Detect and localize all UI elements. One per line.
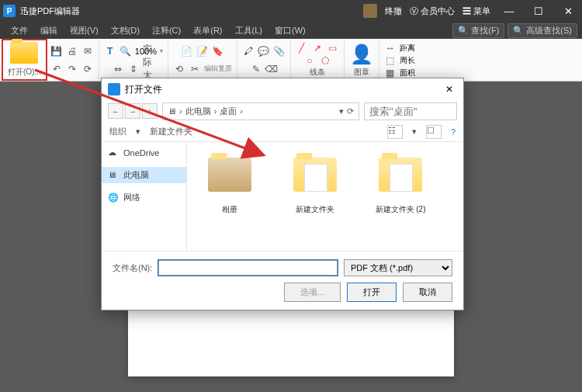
preview-pane-button[interactable]: ☐: [426, 125, 442, 139]
folder-icon: [293, 158, 337, 192]
open-button[interactable]: 打开: [347, 283, 397, 302]
nav-up-button[interactable]: ↑: [142, 103, 158, 119]
actual-size-icon[interactable]: 实际大小: [143, 63, 155, 75]
open-tool-group[interactable]: 打开(O)...: [2, 39, 47, 81]
advanced-find-button[interactable]: 🔍 高级查找(S): [508, 23, 577, 38]
measure-tool-group: ↔距离 ⬚周长 ▦面积: [379, 40, 420, 79]
filename-label: 文件名(N):: [113, 262, 152, 274]
file-list: 相册 新建文件夹 新建文件夹 (2): [187, 142, 463, 251]
filename-input[interactable]: [158, 260, 338, 276]
refresh-icon[interactable]: ⟳: [347, 106, 354, 116]
menu-document[interactable]: 文档(D): [105, 23, 146, 38]
file-filter-select[interactable]: PDF 文档 (*.pdf): [344, 259, 452, 276]
dialog-bottom: 文件名(N): PDF 文档 (*.pdf) 选项... 打开 取消: [102, 251, 463, 310]
breadcrumb-dropdown-icon[interactable]: ▾: [339, 106, 344, 116]
file-item-album[interactable]: 相册: [195, 150, 265, 243]
zoom-tool-group: T 🔍 100% ▾ ⇔ ⇕ 实际大小: [99, 40, 168, 79]
menu-view[interactable]: 视图(V): [64, 23, 105, 38]
line-icon[interactable]: ╱: [296, 42, 308, 54]
app-logo-icon: P: [3, 5, 16, 17]
print-icon[interactable]: 🖨: [66, 45, 78, 57]
nav-forward-button[interactable]: →: [125, 103, 140, 119]
menu-tools[interactable]: 工具(L): [229, 23, 268, 38]
note-icon[interactable]: 💬: [258, 45, 270, 57]
find-button[interactable]: 🔍 查找(F): [452, 23, 504, 38]
redo-icon[interactable]: ↷: [66, 63, 78, 75]
polygon-icon[interactable]: ⬠: [319, 54, 331, 67]
menu-annotate[interactable]: 注释(C): [146, 23, 187, 38]
dialog-logo-icon: [108, 83, 120, 95]
menubar: 文件 编辑 视图(V) 文档(D) 注释(C) 表单(R) 工具(L) 窗口(W…: [0, 22, 582, 39]
open-file-dialog: 打开文件 ✕ ← → ↑ 🖥 › 此电脑 › 桌面 › ▾ ⟳ 组织▾ 新建文件…: [101, 78, 464, 310]
stamp-icon[interactable]: 🔖: [212, 45, 224, 57]
menu-form[interactable]: 表单(R): [187, 23, 228, 38]
pencil-icon[interactable]: ✎: [250, 63, 262, 75]
member-center-link[interactable]: Ⓥ 会员中心: [410, 5, 455, 17]
stamp-big-icon[interactable]: 👤: [349, 42, 374, 67]
zoom-out-icon[interactable]: 🔍: [120, 45, 132, 57]
rect-icon[interactable]: ▭: [327, 42, 339, 54]
options-button[interactable]: 选项...: [284, 283, 341, 302]
cloud-icon: ☁: [108, 147, 119, 158]
distance-icon[interactable]: ↔: [384, 42, 397, 54]
fit-height-icon[interactable]: ⇕: [127, 63, 140, 75]
rotate-icon[interactable]: ⟲: [173, 63, 185, 75]
page-tool-group: 📄 📝 🔖 ⟲ ✂ 编辑复原: [168, 40, 237, 79]
perimeter-icon[interactable]: ⬚: [384, 54, 397, 67]
attach-icon[interactable]: 📎: [273, 45, 286, 57]
toolbar: 打开(O)... 💾 🖨 ✉ ↶ ↷ ⟳ T 🔍 100% ▾ ⇔ ⇕ 实际大小…: [0, 39, 582, 82]
arrow-icon[interactable]: ↗: [311, 42, 324, 54]
save-tool-group: 💾 🖨 ✉ ↶ ↷ ⟳: [46, 40, 99, 79]
circle-icon[interactable]: ○: [303, 54, 316, 67]
breadcrumb-pc-icon: 🖥: [168, 106, 176, 116]
breadcrumb[interactable]: 🖥 › 此电脑 › 桌面 › ▾ ⟳: [162, 102, 359, 120]
mail-icon[interactable]: ✉: [81, 45, 94, 57]
avatar[interactable]: [363, 4, 377, 18]
pc-icon: 🖥: [108, 170, 119, 181]
close-button[interactable]: ✕: [557, 5, 579, 17]
sidebar-item-network[interactable]: 🌐网络: [102, 189, 186, 206]
fit-width-icon[interactable]: ⇔: [112, 63, 124, 75]
file-item-new-folder-2[interactable]: 新建文件夹 (2): [365, 150, 435, 243]
sidebar-item-onedrive[interactable]: ☁OneDrive: [102, 145, 186, 161]
menu-window[interactable]: 窗口(W): [268, 23, 312, 38]
edit-profile-label: 编辑复原: [204, 64, 232, 74]
stamp-label: 图章: [354, 67, 369, 78]
menu-file[interactable]: 文件: [5, 23, 34, 38]
crop-icon[interactable]: ✂: [189, 63, 201, 75]
file-item-new-folder[interactable]: 新建文件夹: [280, 150, 350, 243]
undo-icon[interactable]: ↶: [50, 63, 63, 75]
cancel-button[interactable]: 取消: [403, 283, 452, 302]
app-title: 迅捷PDF编辑器: [20, 5, 363, 17]
refresh-icon[interactable]: ⟳: [81, 63, 94, 75]
sidebar-item-this-pc[interactable]: 🖥此电脑: [102, 167, 186, 183]
zoom-dropdown-icon[interactable]: ▾: [160, 47, 163, 54]
line-label: 线条: [310, 67, 325, 78]
view-mode-button[interactable]: ☷: [387, 125, 403, 139]
maximize-button[interactable]: ☐: [528, 5, 549, 17]
eraser-icon[interactable]: ⌫: [265, 63, 278, 75]
minimize-button[interactable]: —: [498, 5, 520, 17]
text-icon[interactable]: 📝: [196, 45, 209, 57]
shapes-tool-group: ╱ ↗ ▭ ○ ⬠ 线条: [291, 40, 345, 79]
open-folder-icon: [10, 42, 38, 64]
save-icon[interactable]: 💾: [50, 45, 63, 57]
stamp-tool-group: 👤 图章: [345, 40, 379, 79]
search-input[interactable]: [364, 102, 457, 120]
dialog-close-button[interactable]: ✕: [442, 84, 457, 95]
organize-button[interactable]: 组织: [109, 126, 126, 137]
new-folder-button[interactable]: 新建文件夹: [150, 126, 192, 137]
network-icon: 🌐: [108, 193, 119, 203]
page-icon[interactable]: 📄: [181, 45, 193, 57]
font-icon[interactable]: T: [104, 45, 116, 57]
account-name[interactable]: 终撤: [385, 5, 402, 17]
menu-button[interactable]: ☰ 菜单: [462, 5, 490, 17]
folder-icon: [208, 158, 251, 192]
nav-back-button[interactable]: ←: [108, 103, 123, 119]
dialog-sidebar: ☁OneDrive 🖥此电脑 🌐网络: [102, 142, 187, 251]
help-icon[interactable]: ?: [451, 127, 456, 137]
dialog-toolbar: 组织▾ 新建文件夹 ☷▾ ☐ ?: [102, 122, 463, 142]
highlight-icon[interactable]: 🖍: [242, 45, 255, 57]
menu-edit[interactable]: 编辑: [34, 23, 64, 38]
folder-icon: [379, 158, 422, 192]
